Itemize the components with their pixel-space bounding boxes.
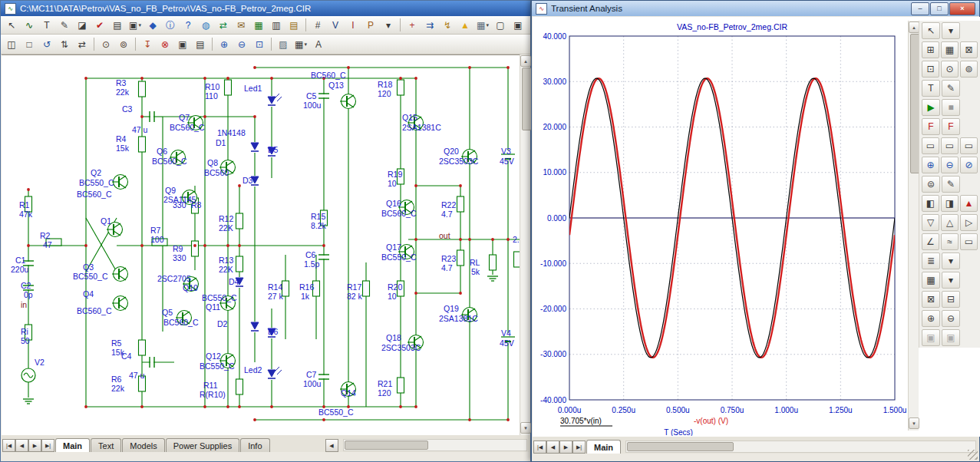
component-label[interactable]: C3 xyxy=(122,104,133,114)
component-label[interactable]: 15k xyxy=(116,144,130,153)
component-label[interactable]: C4 xyxy=(121,351,132,361)
component-label[interactable]: 22k xyxy=(111,384,125,393)
component-label[interactable]: BC550_C xyxy=(79,178,114,187)
component-label[interactable]: Q4 xyxy=(83,289,94,299)
component-label[interactable]: D4 xyxy=(229,277,239,286)
component-label[interactable]: Q6 xyxy=(157,147,167,156)
component-label[interactable]: 50 xyxy=(21,336,30,345)
component-label[interactable]: R1 xyxy=(19,200,30,210)
component-label[interactable]: Q10 xyxy=(183,283,198,292)
select-box-icon[interactable]: □ xyxy=(21,36,38,52)
cursor-right-icon[interactable]: ◨ xyxy=(941,195,959,212)
component-label[interactable]: Q1 xyxy=(101,216,111,226)
grid-dropdown-icon[interactable]: ▦▾ xyxy=(474,17,491,33)
notes-icon[interactable]: ▤ xyxy=(285,17,302,33)
component-label[interactable]: 1k xyxy=(301,292,310,301)
font-icon[interactable]: A xyxy=(310,36,327,52)
warning-icon[interactable]: ▲ xyxy=(457,17,474,33)
transient-plot[interactable]: VAS_no-FB_Petrov_2meg.CIR40.00030.00020.… xyxy=(533,17,908,436)
enable-check-icon[interactable]: ✔ xyxy=(91,17,108,33)
component-label[interactable]: 47 xyxy=(43,240,52,249)
component-label[interactable]: V3 xyxy=(501,147,511,156)
component-label[interactable]: 4.7 xyxy=(441,210,453,219)
image-icon[interactable]: ▨ xyxy=(275,36,292,52)
cursor-mode-icon[interactable]: ⊡ xyxy=(922,61,939,78)
legend-vout[interactable]: -v(out) (V) xyxy=(694,417,728,425)
component-label[interactable]: 27 k xyxy=(268,292,284,301)
close-button[interactable]: × xyxy=(949,2,975,15)
component-label[interactable]: V2 xyxy=(35,358,45,367)
fft-window-icon[interactable]: F xyxy=(942,118,960,135)
properties-icon[interactable]: ▦ xyxy=(922,272,940,289)
paste-page-icon[interactable]: ▤ xyxy=(192,36,209,52)
find-icon[interactable]: ⊙ xyxy=(97,36,114,52)
component-label[interactable]: C1 xyxy=(15,256,26,265)
component-label[interactable]: Q15 xyxy=(402,113,417,122)
component-label[interactable]: 47 u xyxy=(132,125,148,134)
component-label[interactable]: R19 xyxy=(388,170,402,179)
component-label[interactable]: R4 xyxy=(116,134,127,144)
scroll-down-icon[interactable]: ▼ xyxy=(909,417,919,429)
component-label[interactable]: 47k xyxy=(19,210,33,219)
tab-text[interactable]: Text xyxy=(91,438,121,452)
component-label[interactable]: 22K xyxy=(219,265,233,274)
top-icon[interactable]: △ xyxy=(941,214,959,231)
component-label[interactable]: R17 xyxy=(347,282,361,292)
schematic-vertical-scrollbar[interactable]: ▲ ▼ xyxy=(520,54,530,435)
copy-to-page-icon[interactable]: ▣ xyxy=(174,36,191,52)
component-label[interactable]: 2SC2705 xyxy=(157,274,191,283)
component-label[interactable]: D2 xyxy=(217,319,228,328)
component-label[interactable]: C6 xyxy=(305,250,316,259)
zoom-out-mode-icon[interactable]: ⊖ xyxy=(941,157,959,173)
dropdown-arrow-icon[interactable]: ▾ xyxy=(486,22,489,28)
select-icon[interactable]: ↖ xyxy=(3,17,20,33)
component-label[interactable]: 22K xyxy=(219,223,233,233)
browser-icon[interactable]: ◍ xyxy=(197,17,214,33)
minimize-button[interactable]: – xyxy=(911,2,929,15)
component-label[interactable]: 22k xyxy=(116,87,130,97)
accumulate-icon[interactable]: ≣ xyxy=(922,252,940,269)
wire-mode-icon[interactable]: ∿ xyxy=(21,17,38,33)
component-label[interactable]: BC550_C xyxy=(200,361,235,371)
flip-vertical-icon[interactable]: ⇅ xyxy=(56,36,73,52)
component-label[interactable]: V4 xyxy=(501,328,511,338)
page-list-icon[interactable]: ▣ xyxy=(510,17,526,33)
component-label[interactable]: R21 xyxy=(378,379,392,388)
component-label[interactable]: 5k xyxy=(471,267,480,276)
component-label[interactable]: BC560_C xyxy=(152,157,187,166)
axes-icon[interactable]: ⊠ xyxy=(960,41,978,58)
annotate-icon[interactable]: ✎ xyxy=(942,176,960,193)
schematic-drawing[interactable]: R322kC347 uQ7BC560_CR10110Led1C5100uBC56… xyxy=(2,55,520,436)
zoom-in-icon[interactable]: ⊕ xyxy=(216,36,233,52)
zoom-out-icon[interactable]: ⊖ xyxy=(233,36,250,52)
scroll-up-icon[interactable]: ▲ xyxy=(909,21,919,33)
component-label[interactable]: R7 xyxy=(150,226,161,235)
component-label[interactable]: 100 xyxy=(150,235,164,244)
schematic-vscroll-thumb[interactable] xyxy=(522,68,532,130)
tab-main[interactable]: Main xyxy=(586,440,621,454)
tab-models[interactable]: Models xyxy=(122,438,164,452)
component-label[interactable]: BC560_C xyxy=(170,123,205,132)
component-label[interactable]: out xyxy=(439,231,450,240)
component-label[interactable]: 120 xyxy=(378,89,391,98)
component-label[interactable]: 45V xyxy=(500,338,514,348)
panel-3-icon[interactable]: ▭ xyxy=(960,137,978,154)
stop-icon[interactable]: ■ xyxy=(942,99,960,116)
component-label[interactable]: BC560_C xyxy=(311,71,346,80)
component-label[interactable]: R12 xyxy=(219,214,233,223)
schematic-nav-prev-button[interactable]: ◀ xyxy=(15,439,28,452)
component-label[interactable]: RL xyxy=(470,258,480,267)
component-label[interactable]: C5 xyxy=(306,91,317,101)
component-label[interactable]: 10 xyxy=(388,292,397,301)
cursor-left-icon[interactable]: ◧ xyxy=(922,195,939,212)
graph-grid-icon[interactable]: ▦ xyxy=(941,41,959,58)
plot-titlebar[interactable]: ∿ Transient Analysis –□× xyxy=(532,1,979,16)
component-label[interactable]: D3 xyxy=(243,176,253,185)
tab-info[interactable]: Info xyxy=(240,438,269,452)
schematic-horizontal-scrollbar[interactable] xyxy=(343,439,527,451)
component-label[interactable]: C2 xyxy=(21,281,31,290)
component-label[interactable]: 220u xyxy=(11,265,29,274)
component-label[interactable]: BC550_C xyxy=(381,252,417,262)
component-label[interactable]: Led1 xyxy=(244,84,262,93)
autoscale-icon[interactable]: ⊘ xyxy=(960,157,978,173)
